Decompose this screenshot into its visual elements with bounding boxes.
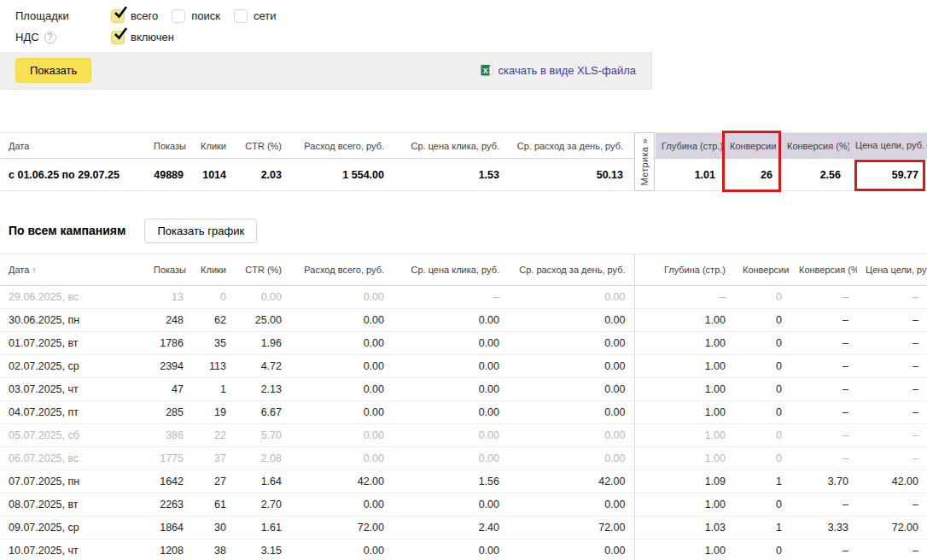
row-value: 2.13 [235, 377, 290, 400]
row-value: 0.00 [235, 285, 290, 308]
table-row: 01.07.2025, вт1786351.960.000.000.001.00… [0, 331, 927, 354]
row-value: 0 [734, 308, 790, 331]
row-value: 0.00 [508, 331, 634, 354]
row-value: 2394 [145, 354, 192, 377]
row-value: 0 [192, 285, 235, 308]
campaigns-title: По всем кампаниям [9, 224, 125, 237]
detail-header-row: Дата Показы Клики CTR (%) Расход всего, … [0, 254, 927, 285]
detail-col-clicks[interactable]: Клики [192, 254, 235, 285]
detail-col-date[interactable]: Дата [0, 254, 145, 285]
filters-section: Площадки всего поиск [0, 0, 927, 48]
row-value: – [790, 539, 857, 560]
row-value: 0 [734, 539, 790, 560]
row-value: 3.15 [235, 539, 290, 560]
row-value: 0.00 [290, 446, 393, 470]
show-button[interactable]: Показать [15, 58, 91, 83]
vat-filter-row: НДС включен [15, 26, 927, 48]
row-value: 1.64 [235, 470, 290, 493]
summary-col-date: Дата [0, 133, 145, 159]
row-value: 1 [734, 516, 790, 539]
row-value: 1.00 [634, 493, 734, 516]
row-value: 0.00 [290, 308, 393, 331]
row-value: 19 [192, 400, 235, 423]
row-value: 0.00 [393, 377, 508, 400]
detail-col-goal-cost[interactable]: Цена цели, руб. [857, 254, 927, 285]
row-value: 1775 [145, 446, 192, 470]
summary-ctr: 2.03 [235, 159, 290, 191]
row-value: – [857, 285, 927, 308]
row-value: 0.00 [290, 400, 393, 423]
row-value: 1.56 [393, 470, 508, 493]
summary-col-conversions: Конверсии [724, 133, 781, 159]
detail-col-conversion-rate[interactable]: Конверсия (%) [790, 254, 857, 285]
row-date: 09.07.2025, ср [0, 516, 145, 539]
download-xls-link[interactable]: X скачать в виде XLS-файла [481, 64, 637, 77]
row-value: 1.00 [634, 354, 734, 377]
table-row: 03.07.2025, чт4712.130.000.000.001.000–– [0, 377, 927, 400]
row-value: 25.00 [235, 308, 290, 331]
row-value: – [790, 308, 857, 331]
help-icon[interactable] [44, 32, 56, 44]
row-value: – [790, 493, 857, 516]
row-value: 27 [192, 470, 235, 493]
row-date: 01.07.2025, вт [0, 331, 145, 354]
summary-goal-cost: 59.77 [849, 159, 927, 191]
detail-col-ctr[interactable]: CTR (%) [235, 254, 290, 285]
row-value: – [857, 400, 927, 423]
row-value: – [857, 354, 927, 377]
row-value: 0.00 [508, 493, 634, 516]
row-value: 0.00 [290, 377, 393, 400]
row-date: 03.07.2025, чт [0, 377, 145, 400]
row-value: 1864 [145, 516, 192, 539]
detail-col-conversions[interactable]: Конверсии [734, 254, 790, 285]
summary-col-impressions: Показы [145, 133, 192, 159]
row-value: 13 [145, 285, 192, 308]
row-value: 0 [734, 400, 790, 423]
table-row: 10.07.2025, чт1208383.150.000.000.001.00… [0, 539, 927, 560]
row-value: 6.67 [235, 400, 290, 423]
checkbox-vsego[interactable]: всего [111, 9, 158, 23]
row-value: 0.00 [290, 285, 393, 308]
metrika-tab[interactable]: Метрика » [634, 132, 655, 191]
platforms-filter-row: Площадки всего поиск [15, 5, 927, 26]
row-value: 0 [734, 285, 790, 308]
checkbox-poisk[interactable]: поиск [172, 9, 220, 23]
row-value: 1.03 [634, 516, 734, 539]
row-value: 35 [192, 331, 235, 354]
checkbox-box[interactable] [111, 9, 125, 23]
row-date: 02.07.2025, ср [0, 354, 145, 377]
detail-col-total-cost[interactable]: Расход всего, руб. [290, 254, 393, 285]
row-value: 0.00 [393, 493, 508, 516]
row-date: 08.07.2025, вт [0, 493, 145, 516]
row-value: 1.00 [634, 423, 734, 446]
checkbox-box[interactable] [234, 9, 248, 23]
summary-col-avg-daily-cost: Ср. расход за день, руб. [508, 133, 632, 159]
row-value: 37 [192, 446, 235, 470]
row-value: 3.70 [790, 470, 857, 493]
row-value: 0.00 [508, 446, 634, 470]
action-bar: Показать X скачать в виде XLS-файла [0, 52, 652, 90]
checkbox-label: поиск [191, 9, 220, 22]
row-value: 3.33 [790, 516, 857, 539]
table-row: 02.07.2025, ср23941134.720.000.000.001.0… [0, 354, 927, 377]
checkbox-vkluchen[interactable]: включен [111, 31, 174, 44]
row-value: 42.00 [290, 470, 393, 493]
detail-col-depth[interactable]: Глубина (стр.) [634, 254, 734, 285]
checkbox-box[interactable] [172, 9, 185, 23]
row-value: 113 [192, 354, 235, 377]
summary-avg-click-cost: 1.53 [393, 159, 508, 191]
checkbox-box[interactable] [111, 31, 125, 44]
row-value: 0 [734, 493, 790, 516]
checkbox-seti[interactable]: сети [234, 9, 277, 23]
detail-col-impressions[interactable]: Показы [145, 254, 192, 285]
row-value: – [790, 423, 857, 446]
summary-total-cost: 1 554.00 [290, 159, 393, 191]
show-chart-button[interactable]: Показать график [144, 219, 257, 243]
detail-col-avg-daily-cost[interactable]: Ср. расход за день, руб. [508, 254, 634, 285]
detail-col-avg-click-cost[interactable]: Ср. цена клика, руб. [393, 254, 508, 285]
summary-total-row: с 01.06.25 по 29.07.25 49889 1014 2.03 1… [0, 159, 927, 191]
table-row: 29.06.2025, вс1300.000.00–0.00–0–– [0, 285, 927, 308]
summary-table: Дата Показы Клики CTR (%) Расход всего, … [0, 132, 927, 191]
row-value: 0.00 [508, 285, 634, 308]
summary-clicks: 1014 [192, 159, 235, 191]
